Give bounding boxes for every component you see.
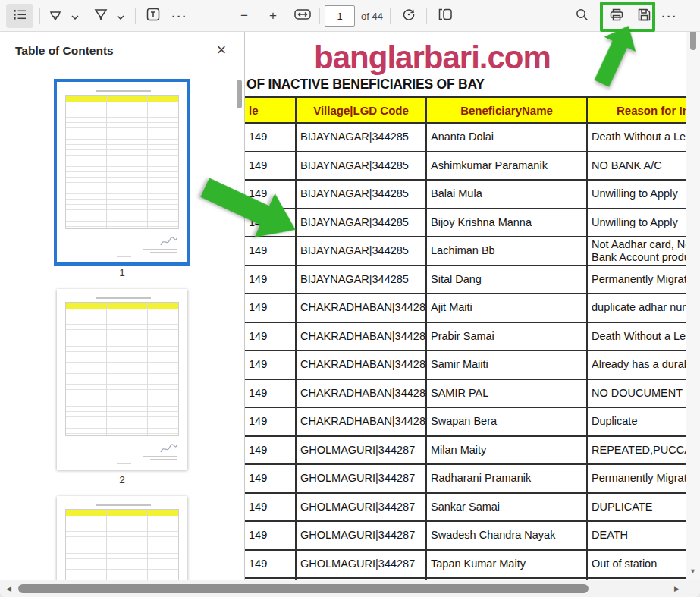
page-thumbnail[interactable]: 2 xyxy=(57,289,187,485)
vertical-scrollbar[interactable]: ▲ ▼ xyxy=(686,0,700,580)
thumbnail-page-preview[interactable] xyxy=(57,496,187,580)
village-cell: GHOLMAGURI|344287 xyxy=(297,551,427,580)
village-cell: CHAKRADHABAN|344282 xyxy=(297,351,427,380)
scroll-down-icon[interactable]: ▼ xyxy=(689,567,696,575)
code-cell: 149 xyxy=(245,209,297,238)
toolbar-separator xyxy=(426,8,427,24)
beneficiary-table: le Village|LGD Code BeneficiaryName Reas… xyxy=(245,96,686,580)
thumbnail-page-number: 2 xyxy=(57,474,187,485)
name-cell: Radharani Pramanik xyxy=(427,465,588,494)
highlight-options-button[interactable] xyxy=(112,4,129,28)
more-tools-button[interactable]: ··· xyxy=(168,4,191,28)
minus-icon: − xyxy=(240,8,248,24)
village-cell: GHOLMAGURI|344287 xyxy=(297,494,427,523)
chevron-down-icon xyxy=(117,9,124,23)
search-button[interactable] xyxy=(570,4,594,28)
reason-cell: Death Without a Legal xyxy=(588,124,686,152)
table-row: 149BIJAYNAGAR|344285Ananta DolaiDeath Wi… xyxy=(245,124,686,152)
code-cell: 149 xyxy=(245,323,297,352)
draw-button[interactable] xyxy=(44,4,67,28)
reason-cell: Out of station xyxy=(588,551,686,580)
page-thumbnail[interactable]: 3 xyxy=(57,496,187,580)
reason-cell: DEATH xyxy=(588,522,686,551)
scroll-right-icon[interactable]: ▶ xyxy=(674,585,680,592)
rotate-button[interactable] xyxy=(396,4,422,28)
code-cell: 149 xyxy=(245,124,297,152)
thumbnail-page-preview[interactable] xyxy=(57,82,187,262)
thumbnail-page-preview[interactable] xyxy=(57,289,187,470)
add-text-button[interactable] xyxy=(141,4,165,28)
table-row: 149CHAKRADHABAN|344282Swapan BeraDuplica… xyxy=(245,408,686,437)
name-cell: Swadesh Chandra Nayak xyxy=(427,522,588,551)
page-view-button[interactable] xyxy=(432,4,458,28)
name-cell: Swapan Bera xyxy=(427,408,588,437)
reason-cell: Already has a durable xyxy=(588,351,686,380)
draw-options-button[interactable] xyxy=(67,4,83,28)
code-cell: 149 xyxy=(245,380,297,409)
village-cell: BIJAYNAGAR|344285 xyxy=(297,237,427,266)
pdf-viewer-window: ··· − + of 44 xyxy=(0,0,700,597)
village-cell: GHOLMAGURI|344287 xyxy=(297,437,427,466)
code-cell: 149 xyxy=(245,522,297,551)
toolbar-separator xyxy=(39,8,40,24)
fit-to-width-button[interactable] xyxy=(290,4,315,28)
rotate-icon xyxy=(402,8,416,24)
print-button[interactable] xyxy=(604,4,629,28)
code-cell: 149 xyxy=(245,237,297,266)
name-cell: Prabir Samai xyxy=(427,323,588,352)
document-page: banglarbari.com OF INACTIVE BENEFICIARIE… xyxy=(245,32,686,580)
thumbnail-mini-table xyxy=(65,95,179,229)
thumbnail-list: 123 xyxy=(0,71,244,580)
table-of-contents-button[interactable] xyxy=(6,4,33,28)
sidebar-scrollbar-thumb[interactable] xyxy=(237,80,242,108)
table-row: 149BIJAYNAGAR|344285Lachiman BbNot Aadha… xyxy=(245,237,686,266)
code-cell: 149 xyxy=(245,465,297,494)
more-options-button[interactable]: ··· xyxy=(658,4,681,28)
zoom-out-button[interactable]: − xyxy=(232,4,256,28)
table-row: 149BIJAYNAGAR|344285Sital DangPermanentl… xyxy=(245,266,686,295)
table-row: 149BIJAYNAGAR|344285Bijoy Krishna MannaU… xyxy=(245,209,686,238)
page-count-label: of 44 xyxy=(361,11,383,22)
village-cell: BIJAYNAGAR|344285 xyxy=(297,124,427,152)
highlighter-icon xyxy=(94,8,108,24)
horizontal-scrollbar[interactable]: ◀ ▶ xyxy=(0,580,700,597)
village-cell: BIJAYNAGAR|344285 xyxy=(297,152,427,181)
page-number-input[interactable] xyxy=(325,5,355,27)
header-code: le xyxy=(245,98,297,124)
name-cell: Ashimkumar Paramanik xyxy=(427,152,588,181)
code-cell: 149 xyxy=(245,294,297,323)
table-header-row: le Village|LGD Code BeneficiaryName Reas… xyxy=(245,98,686,124)
close-sidebar-button[interactable]: × xyxy=(211,39,232,61)
code-cell: 149 xyxy=(245,551,297,580)
page-thumbnail[interactable]: 1 xyxy=(57,82,187,278)
reason-cell: Unwilling to Apply xyxy=(588,181,686,209)
name-cell: Lachiman Bb xyxy=(427,237,588,266)
more-icon: ··· xyxy=(662,10,678,23)
highlight-button[interactable] xyxy=(89,4,112,28)
table-row: 149BIJAYNAGAR|344285Ashimkumar Paramanik… xyxy=(245,152,686,181)
thumbnail-page-number: 1 xyxy=(57,267,187,278)
code-cell: 149 xyxy=(245,181,297,209)
sidebar-header: Table of Contents × xyxy=(0,32,244,71)
name-cell: Balai Mula xyxy=(427,181,588,209)
save-button[interactable] xyxy=(632,4,656,28)
scroll-left-icon[interactable]: ◀ xyxy=(6,585,11,592)
reason-cell: DUPLICATE xyxy=(588,494,686,523)
text-icon xyxy=(146,8,160,24)
reason-cell: Permanently Migrated xyxy=(588,465,686,494)
table-of-contents-icon xyxy=(13,8,27,24)
village-cell: CHAKRADHABAN|344282 xyxy=(297,408,427,437)
zoom-in-button[interactable]: + xyxy=(261,4,285,28)
table-row: 149GHOLMAGURI|344287Tapan Kumar MaityOut… xyxy=(245,551,686,580)
table-row: 149BIJAYNAGAR|344285Balai MulaUnwilling … xyxy=(245,181,686,209)
name-cell: Ananta Dolai xyxy=(427,124,588,152)
name-cell: SAMIR PAL xyxy=(427,380,588,409)
code-cell: 149 xyxy=(245,152,297,181)
name-cell: Milan Maity xyxy=(427,437,588,466)
pdf-toolbar: ··· − + of 44 xyxy=(0,0,700,32)
village-cell: CHAKRADHABAN|344282 xyxy=(297,323,427,352)
table-row: 149CHAKRADHABAN|344282Ajit Maitiduplicat… xyxy=(245,294,686,323)
horizontal-scrollbar-thumb[interactable] xyxy=(18,584,589,593)
pen-icon xyxy=(49,8,62,24)
village-cell: CHAKRADHABAN|344282 xyxy=(297,380,427,409)
